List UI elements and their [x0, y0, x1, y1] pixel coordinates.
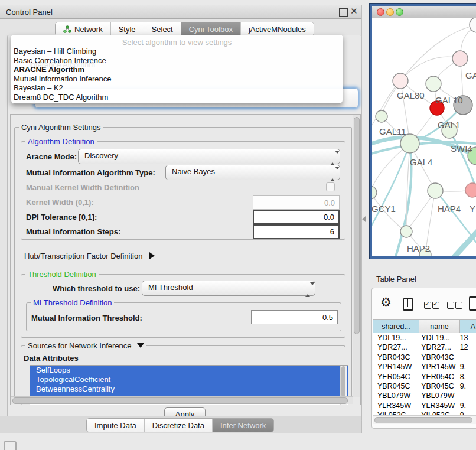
algorithm-option-basic-correlation[interactable]: Basic Correlation Inference — [14, 56, 106, 66]
mi-threshold-input[interactable] — [251, 310, 338, 324]
column-header-shared-name[interactable]: shared... — [373, 320, 419, 333]
unchecked-checkbox-icon[interactable] — [447, 302, 454, 309]
algorithm-option-dream8[interactable]: Dream8 DC_TDC Algorithm — [14, 93, 108, 102]
node-hap2[interactable] — [400, 226, 412, 237]
network-canvas[interactable]: GAL GAL80 GAL10 GAL1 GAL11 SWI4 GAL4 GCY… — [372, 18, 476, 256]
column-header-name[interactable]: name — [419, 320, 460, 333]
panel-divider-handle[interactable] — [362, 216, 366, 222]
node-gal10[interactable] — [426, 76, 441, 92]
hub-definition-label: Hub/Transcription Factor Definition — [24, 252, 142, 260]
cell: YDR27... — [417, 343, 456, 352]
algorithm-option-aracne[interactable]: ARACNE Algorithm — [14, 65, 84, 74]
top-tab-bar: Network Style Select Cyni Toolbox jActiv… — [55, 22, 314, 36]
bottom-tab-strip: Impute Data Discretize Data Infer Networ… — [0, 416, 361, 433]
settings-vertical-scrollbar[interactable] — [353, 115, 360, 397]
aracne-mode-combobox[interactable]: Discovery — [78, 149, 340, 164]
tab-network-label: Network — [74, 25, 103, 34]
mi-threshold-definition-group: MI Threshold Definition Mutual Informati… — [26, 302, 341, 331]
cell: YPR145W — [417, 362, 456, 371]
table-row[interactable]: YPR145W YPR145W 9. — [373, 362, 476, 371]
minimized-panel-icon[interactable] — [4, 441, 17, 450]
table-row[interactable]: YBR045C YBR045C 9. — [373, 381, 476, 391]
cell: 12 — [456, 343, 476, 352]
list-item-topologicalcoefficient[interactable]: TopologicalCoefficient — [30, 375, 348, 384]
node-gal11[interactable] — [376, 110, 387, 122]
show-columns-icon[interactable] — [403, 298, 413, 311]
table-panel: ⚙ shared... name A YDL19... YDL19... 13 … — [371, 288, 476, 429]
node-label: HAP4 — [438, 204, 461, 214]
tab-discretize-data[interactable]: Discretize Data — [145, 419, 213, 432]
table-row[interactable]: YBR043C YBR043C — [373, 353, 476, 362]
close-window-icon[interactable] — [377, 8, 384, 16]
cell: YBR043C — [417, 353, 456, 362]
cell: YBR043C — [373, 353, 417, 362]
mi-steps-label: Mutual Information Steps: — [26, 227, 120, 236]
threshold-definition-title: Threshold Definition — [25, 270, 99, 279]
tab-infer-network[interactable]: Infer Network — [213, 419, 273, 432]
kernel-width-input[interactable] — [253, 195, 340, 210]
aracne-mode-value: Discovery — [84, 151, 118, 160]
table-row[interactable]: YDL19... YDL19... 13 — [373, 333, 476, 343]
node-gcy1[interactable] — [372, 186, 377, 199]
tab-network[interactable]: Network — [56, 22, 111, 35]
tab-style[interactable]: Style — [111, 22, 144, 35]
node-salmon[interactable] — [465, 183, 476, 197]
table-row[interactable]: YER054C YER054C 8. — [373, 372, 476, 381]
list-item-selfloops[interactable]: SelfLoops — [30, 366, 348, 375]
settings-horizontal-scrollbar[interactable] — [11, 396, 353, 404]
float-panel-icon[interactable] — [339, 8, 348, 17]
manual-kernel-checkbox[interactable] — [326, 182, 335, 191]
tab-select[interactable]: Select — [144, 22, 181, 35]
checked-checkbox-icon[interactable] — [424, 302, 431, 309]
scrollbar-thumb[interactable] — [374, 417, 472, 423]
minimize-window-icon[interactable] — [386, 8, 394, 16]
cell: YDL19... — [417, 333, 456, 343]
dpi-tolerance-input[interactable] — [253, 210, 340, 224]
column-header-partial[interactable]: A — [460, 320, 476, 333]
node-label: GAL10 — [435, 95, 463, 105]
tab-style-label: Style — [119, 25, 136, 34]
list-item-betweennesscentrality[interactable]: BetweennessCentrality — [30, 384, 348, 394]
tab-impute-data[interactable]: Impute Data — [87, 419, 145, 432]
scrollbar-thumb[interactable] — [12, 397, 348, 404]
close-panel-icon[interactable]: ✕ — [350, 6, 358, 17]
table-row[interactable]: YBL079W YBL079W — [373, 391, 476, 400]
hub-definition-toggle[interactable]: Hub/Transcription Factor Definition — [24, 252, 155, 260]
cell: 9. — [456, 362, 476, 371]
algorithm-option-bayesian-hill-climbing[interactable]: Bayesian – Hill Climbing — [14, 47, 96, 56]
scrollbar-thumb[interactable] — [341, 366, 345, 397]
node-hap4[interactable] — [428, 183, 443, 198]
scrollbar-thumb[interactable] — [354, 117, 360, 334]
cell: 8. — [456, 372, 476, 381]
network-window-titlebar[interactable] — [372, 6, 476, 18]
table-panel-title: Table Panel — [376, 275, 416, 283]
unchecked-checkbox-icon[interactable] — [455, 302, 462, 309]
table-row[interactable]: YIL052C YIL052C 9. — [373, 410, 476, 415]
sources-title[interactable]: Sources for Network Inference — [25, 341, 146, 350]
cyni-settings-scrollpane: Cyni Algorithm Settings Algorithm Defini… — [10, 114, 361, 405]
new-table-icon[interactable] — [469, 296, 476, 311]
app-root: Control Panel ✕ Network Style Select — [0, 0, 476, 450]
node-label: HAP2 — [407, 243, 430, 253]
checked-checkbox-icon[interactable] — [432, 302, 439, 309]
cyni-algorithm-settings-title: Cyni Algorithm Settings — [19, 123, 103, 132]
node-gal4[interactable] — [400, 134, 419, 153]
table-row[interactable]: YLR345W YLR345W 9. — [373, 401, 476, 410]
bottom-tab-bar: Impute Data Discretize Data Infer Networ… — [86, 418, 274, 432]
gear-icon[interactable]: ⚙ — [380, 296, 392, 308]
cell: YBR045C — [373, 381, 417, 391]
node-gal80[interactable] — [393, 73, 408, 89]
tab-cyni-toolbox[interactable]: Cyni Toolbox — [181, 22, 241, 35]
node-gal2[interactable] — [452, 51, 468, 66]
cell: 9. — [456, 410, 476, 415]
mi-steps-input[interactable] — [253, 224, 340, 239]
table-horizontal-scrollbar[interactable] — [373, 415, 476, 424]
algorithm-option-mutual-information[interactable]: Mutual Information Inference — [14, 74, 111, 84]
zoom-window-icon[interactable] — [396, 8, 403, 16]
cell: YIL052C — [417, 410, 456, 415]
which-threshold-combobox[interactable]: MI Threshold — [142, 281, 315, 296]
algorithm-option-bayesian-k2[interactable]: Bayesian – K2 — [14, 83, 63, 93]
mi-type-combobox[interactable]: Naive Bayes — [165, 165, 340, 180]
tab-jactivemnodules[interactable]: jActiveMNodules — [241, 22, 314, 35]
table-row[interactable]: YDR27... YDR27... 12 — [373, 343, 476, 352]
